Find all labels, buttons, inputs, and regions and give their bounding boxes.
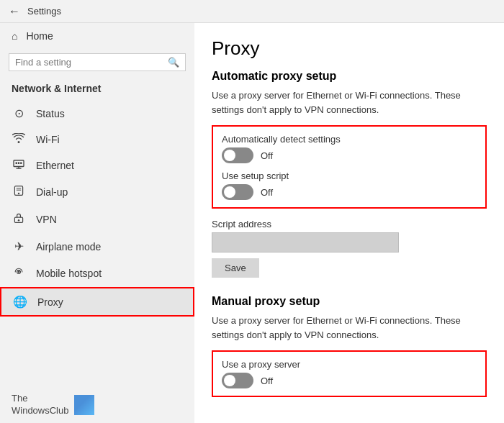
proxy-icon: 🌐	[13, 295, 27, 309]
sidebar-item-status[interactable]: ⊙ Status	[0, 100, 194, 127]
svg-rect-2	[18, 162, 19, 164]
sidebar-item-airplane[interactable]: ✈ Airplane mode	[0, 233, 194, 260]
ethernet-icon	[12, 159, 26, 172]
proxy-server-toggle[interactable]	[222, 373, 253, 388]
sidebar-item-home[interactable]: ⌂ Home	[0, 23, 194, 49]
svg-point-11	[18, 219, 19, 221]
svg-rect-3	[20, 162, 22, 164]
hotspot-icon	[12, 266, 26, 281]
use-proxy-server-box: Use a proxy server Off	[212, 350, 487, 397]
proxy-server-knob	[224, 375, 235, 386]
auto-detect-toggle[interactable]	[222, 147, 253, 163]
svg-point-7	[18, 193, 19, 194]
setup-script-toggle-control: Off	[222, 184, 477, 200]
svg-rect-1	[16, 162, 17, 164]
auto-detect-row: Automatically detect settings Off	[222, 134, 477, 163]
script-address-label: Script address	[212, 219, 487, 229]
auto-detect-label: Automatically detect settings	[222, 134, 477, 145]
automatic-description: Use a proxy server for Ethernet or Wi-Fi…	[212, 88, 487, 117]
setup-script-knob	[224, 186, 235, 198]
sidebar-item-dialup[interactable]: Dial-up	[0, 178, 194, 206]
windowsclub-icon	[74, 395, 94, 415]
sidebar-item-label: Ethernet	[36, 160, 74, 171]
page-title: Proxy	[212, 37, 487, 60]
search-box[interactable]: 🔍	[9, 53, 186, 71]
watermark-text: The WindowsClub	[12, 393, 68, 417]
sidebar-item-wifi[interactable]: Wi-Fi	[0, 127, 194, 153]
wifi-icon	[12, 133, 26, 146]
proxy-server-label: Use a proxy server	[222, 359, 477, 370]
sidebar-item-label: Dial-up	[36, 186, 68, 198]
proxy-server-toggle-control: Off	[222, 373, 477, 388]
save-button[interactable]: Save	[212, 258, 259, 278]
dialup-icon	[12, 185, 26, 199]
sidebar-item-vpn[interactable]: VPN	[0, 206, 194, 233]
main-layout: ⌂ Home 🔍 Network & Internet ⊙ Status Wi-…	[0, 23, 504, 423]
script-address-input[interactable]	[212, 232, 399, 253]
sidebar-item-hotspot[interactable]: Mobile hotspot	[0, 260, 194, 287]
manual-description: Use a proxy server for Ethernet or Wi-Fi…	[212, 314, 487, 342]
setup-script-state: Off	[261, 187, 273, 198]
auto-detect-knob	[224, 150, 235, 161]
title-bar: ← Settings	[0, 0, 504, 23]
setup-script-row: Use setup script Off	[222, 170, 477, 200]
automatic-section-heading: Automatic proxy setup	[212, 70, 487, 83]
title-bar-text: Settings	[27, 6, 61, 17]
manual-section-heading: Manual proxy setup	[212, 295, 487, 308]
setup-script-label: Use setup script	[222, 170, 477, 181]
home-label: Home	[26, 30, 53, 42]
sidebar-item-label: Mobile hotspot	[36, 268, 102, 279]
airplane-icon: ✈	[12, 240, 26, 253]
search-input[interactable]	[15, 57, 168, 68]
manual-proxy-section: Manual proxy setup Use a proxy server fo…	[212, 295, 487, 397]
svg-point-13	[18, 271, 19, 273]
proxy-server-state: Off	[261, 376, 273, 386]
auto-detect-state: Off	[261, 150, 273, 161]
sidebar-item-label: VPN	[36, 214, 57, 225]
vpn-icon	[12, 212, 26, 227]
sidebar-item-proxy[interactable]: 🌐 Proxy	[0, 287, 194, 317]
auto-detect-toggle-control: Off	[222, 147, 477, 163]
home-icon: ⌂	[12, 30, 17, 42]
automatic-proxy-toggle-box: Automatically detect settings Off Use se…	[212, 125, 487, 209]
sidebar-item-label: Wi-Fi	[36, 134, 60, 145]
search-icon: 🔍	[168, 57, 179, 68]
status-icon: ⊙	[12, 106, 26, 120]
content-area: Proxy Automatic proxy setup Use a proxy …	[194, 23, 504, 423]
sidebar-item-label: Airplane mode	[36, 241, 101, 253]
sidebar-section-title: Network & Internet	[0, 78, 194, 100]
back-button[interactable]: ←	[9, 5, 20, 18]
sidebar-item-ethernet[interactable]: Ethernet	[0, 153, 194, 178]
sidebar-item-label: Proxy	[37, 296, 63, 308]
setup-script-toggle[interactable]	[222, 184, 253, 200]
sidebar-item-label: Status	[36, 108, 65, 119]
sidebar: ⌂ Home 🔍 Network & Internet ⊙ Status Wi-…	[0, 23, 194, 423]
